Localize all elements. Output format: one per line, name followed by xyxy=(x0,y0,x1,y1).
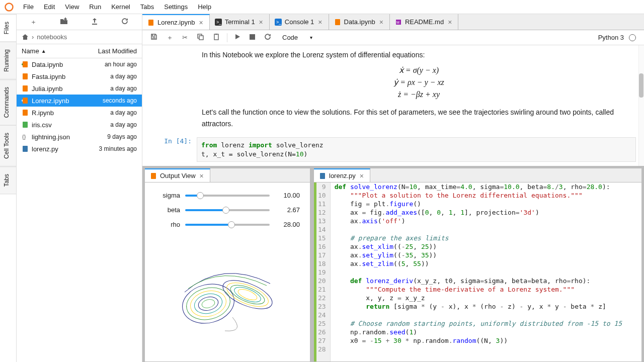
tab-output-view[interactable]: Output View × xyxy=(145,168,210,182)
file-icon xyxy=(22,109,29,116)
slider-rho: rho28.00 xyxy=(155,221,300,228)
upload-button[interactable] xyxy=(84,16,105,28)
close-icon[interactable]: × xyxy=(198,19,204,27)
home-icon xyxy=(22,34,29,41)
code-cell[interactable]: In [4]: from lorenz import solve_lorenzt… xyxy=(146,137,636,162)
scrollbar[interactable] xyxy=(638,45,644,166)
editor-pane: lorenz.py × 9101112131415161718192021222… xyxy=(313,168,642,362)
close-icon[interactable]: × xyxy=(199,172,205,180)
file-icon xyxy=(22,61,29,68)
close-icon[interactable]: × xyxy=(317,18,323,26)
sidebar-tab-cell-tools[interactable]: Cell Tools xyxy=(0,125,16,166)
copy-button[interactable] xyxy=(193,31,208,44)
svg-text:{}: {} xyxy=(22,134,26,140)
slider-track[interactable] xyxy=(185,209,270,211)
svg-point-36 xyxy=(236,287,258,302)
restart-button[interactable] xyxy=(260,31,275,44)
menu-run[interactable]: Run xyxy=(84,1,106,13)
svg-text:>_: >_ xyxy=(216,20,222,25)
code-editor[interactable]: 910111213141516171819202122232425262728 … xyxy=(314,183,641,361)
file-row[interactable]: {}lightning.json9 days ago xyxy=(17,131,142,143)
file-row[interactable]: Fasta.ipynba day ago xyxy=(17,70,142,82)
file-icon: {} xyxy=(22,133,29,140)
breadcrumb[interactable]: › notebooks xyxy=(17,30,142,44)
sidebar-tab-tabs[interactable]: Tabs xyxy=(0,166,16,194)
svg-rect-37 xyxy=(320,173,325,179)
refresh-button[interactable] xyxy=(114,16,135,28)
svg-rect-23 xyxy=(215,34,217,35)
menu-settings[interactable]: Settings xyxy=(159,1,193,13)
tab-icon xyxy=(147,19,154,26)
svg-point-0 xyxy=(6,3,13,11)
menu-help[interactable]: Help xyxy=(193,1,216,13)
file-list-header[interactable]: Name ▲ Last Modified xyxy=(17,44,142,58)
file-icon xyxy=(22,73,29,80)
slider-thumb[interactable] xyxy=(197,192,204,199)
notebook-icon xyxy=(150,172,157,179)
sidebar-tab-commands[interactable]: Commands xyxy=(0,79,16,125)
svg-point-28 xyxy=(188,287,229,320)
cut-button[interactable]: ✂ xyxy=(178,32,192,43)
close-icon[interactable]: × xyxy=(447,18,453,26)
svg-rect-10 xyxy=(23,122,28,128)
code-input[interactable]: from lorenz import solve_lorenzt, x_t = … xyxy=(197,137,636,162)
output-view-body: sigma10.00beta2.67rho28.00 xyxy=(145,183,310,244)
scroll-thumb[interactable] xyxy=(639,73,643,98)
svg-rect-13 xyxy=(148,20,153,26)
slider-track[interactable] xyxy=(185,195,270,197)
markdown-cell[interactable]: In this Notebook we explore the Lorenz s… xyxy=(146,49,636,137)
slider-thumb[interactable] xyxy=(222,207,229,214)
tab-console-1[interactable]: >_Console 1× xyxy=(270,14,329,30)
file-row[interactable]: Data.ipynban hour ago xyxy=(17,58,142,70)
svg-point-26 xyxy=(178,279,238,329)
tab-data-ipynb[interactable]: Data.ipynb× xyxy=(329,14,390,30)
paste-button[interactable] xyxy=(209,31,224,44)
slider-sigma: sigma10.00 xyxy=(155,192,300,199)
file-row[interactable]: Julia.ipynba day ago xyxy=(17,82,142,95)
file-icon xyxy=(22,97,29,104)
tab-icon xyxy=(334,19,341,26)
menu-tabs[interactable]: Tabs xyxy=(135,1,159,13)
file-row[interactable]: lorenz.py3 minutes ago xyxy=(17,143,142,155)
menu-kernel[interactable]: Kernel xyxy=(106,1,135,13)
svg-rect-9 xyxy=(23,110,28,116)
tab-icon: >_ xyxy=(215,19,222,26)
close-icon[interactable]: × xyxy=(359,172,365,180)
tab-terminal-1[interactable]: >_Terminal 1× xyxy=(210,14,270,30)
new-launcher-button[interactable]: ＋ xyxy=(23,16,44,29)
kernel-status-icon[interactable] xyxy=(629,34,636,41)
close-icon[interactable]: × xyxy=(258,18,264,26)
notebook-content[interactable]: In this Notebook we explore the Lorenz s… xyxy=(142,45,644,166)
menu-view[interactable]: View xyxy=(60,1,84,13)
lorenz-plot xyxy=(162,244,293,340)
code-body[interactable]: def solve_lorenz(N=10, max_time=4.0, sig… xyxy=(331,183,626,361)
tab-lorenz-ipynb[interactable]: Lorenz.ipynb× xyxy=(142,14,210,30)
slider-thumb[interactable] xyxy=(228,221,235,228)
tab-lorenz-py[interactable]: lorenz.py × xyxy=(314,168,370,182)
file-row[interactable]: iris.csva day ago xyxy=(17,119,142,131)
slider-track[interactable] xyxy=(185,224,270,226)
save-button[interactable] xyxy=(146,31,162,44)
kernel-name[interactable]: Python 3 xyxy=(598,34,624,41)
sidebar-tab-running[interactable]: Running xyxy=(0,42,16,79)
tab-readme-md[interactable]: MREADME.md× xyxy=(390,14,458,30)
svg-rect-25 xyxy=(151,173,156,179)
sidebar-tab-files[interactable]: Files xyxy=(0,14,16,42)
new-folder-button[interactable] xyxy=(53,16,75,28)
insert-cell-button[interactable]: ＋ xyxy=(163,31,177,44)
cell-type-select[interactable]: Code ▾ xyxy=(278,33,316,42)
menu-edit[interactable]: Edit xyxy=(39,1,60,13)
breadcrumb-folder[interactable]: notebooks xyxy=(37,33,67,41)
file-row[interactable]: R.ipynba day ago xyxy=(17,107,142,119)
tab-icon: >_ xyxy=(275,19,282,26)
stop-button[interactable] xyxy=(246,32,259,43)
file-row[interactable]: Lorenz.ipynbseconds ago xyxy=(17,95,142,107)
svg-rect-8 xyxy=(23,98,28,104)
menu-file[interactable]: File xyxy=(18,1,39,13)
svg-rect-6 xyxy=(23,85,28,92)
close-icon[interactable]: × xyxy=(378,18,384,26)
run-button[interactable] xyxy=(230,32,245,43)
menubar: FileEditViewRunKernelTabsSettingsHelp xyxy=(0,0,644,14)
svg-rect-24 xyxy=(250,34,255,40)
tab-icon: M xyxy=(395,19,402,26)
